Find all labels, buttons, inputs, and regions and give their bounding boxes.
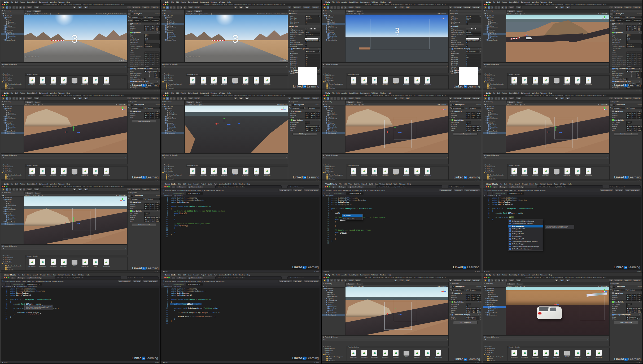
menubar-item-gameobject[interactable]: GameObject xyxy=(27,1,37,3)
hierarchy-item-cameras[interactable]: ▾Cameras xyxy=(161,29,184,31)
favorites-root[interactable]: ★Favorites xyxy=(1,164,25,166)
move-tool-icon[interactable]: ✛ xyxy=(5,6,8,9)
attach-to-unity-button[interactable]: ◎ Attach to Unity xyxy=(187,277,203,279)
scene-canvas[interactable] xyxy=(506,106,609,153)
add-object-button[interactable]: + ▾ xyxy=(162,13,165,14)
editor-folder-item[interactable]: Editor xyxy=(231,77,240,85)
project-search-icon[interactable]: ⌕ xyxy=(286,157,287,159)
hierarchy-item-countdown[interactable]: Countdown xyxy=(483,296,506,298)
hierarchy-item-environment[interactable]: ▾Environment xyxy=(1,209,24,211)
add-object-button[interactable]: + ▾ xyxy=(2,13,4,14)
alignment-button[interactable]: ⬜ xyxy=(475,28,476,29)
object-picker-icon[interactable]: ◎ xyxy=(480,40,481,41)
slider-track[interactable] xyxy=(626,77,635,77)
scene-bar-icons[interactable]: 2D ☀ ♪ ▦ ▾ ✦ ▾ xyxy=(515,13,525,15)
menubar-item-edit[interactable]: Edit xyxy=(336,92,340,94)
tag-dropdown[interactable]: Untagged ▾ xyxy=(131,198,143,200)
tab-game[interactable]: Game xyxy=(33,10,41,12)
vector-component[interactable]: Z 1 xyxy=(316,129,320,131)
menubar-item-vehicles[interactable]: Vehicles xyxy=(371,92,378,94)
status-tasks[interactable]: ✔ Tasks xyxy=(314,362,319,363)
hierarchy-item-logo[interactable]: Logo xyxy=(161,19,184,21)
hierarchy-item-logo[interactable]: Logo xyxy=(483,292,506,294)
script-asset-item[interactable]: #Timer xyxy=(252,168,261,176)
pivot-toggle[interactable]: Pivot xyxy=(187,6,193,9)
minimap-scrollbar[interactable] xyxy=(641,197,642,270)
hierarchy-item-samplecar[interactable]: SampleCar xyxy=(161,35,184,37)
rotate-tool-icon[interactable]: ↻ xyxy=(9,6,12,9)
traffic-lights[interactable] xyxy=(164,186,170,187)
menubar-item-component[interactable]: Component xyxy=(200,1,209,3)
scene-bar-icons[interactable]: 2D ☀ ♪ ▦ ▾ ✦ ▾ xyxy=(515,104,525,106)
layout-dropdown[interactable]: Layout ▾ xyxy=(633,279,641,282)
move-tool-icon[interactable]: ✛ xyxy=(327,97,330,100)
rect-tool-icon[interactable]: ▭ xyxy=(16,6,19,9)
transform-tool-icon[interactable]: ⊞ xyxy=(19,97,22,100)
hand-tool-icon[interactable]: ✋ xyxy=(484,6,487,9)
pivot-toggle[interactable]: Pivot xyxy=(27,6,33,9)
hierarchy-item-countdown[interactable]: Countdown xyxy=(483,23,506,25)
menubar-item-vehicles[interactable]: Vehicles xyxy=(50,92,56,94)
assets-root[interactable]: Assets xyxy=(322,172,347,174)
notice-button-don-t-show-again[interactable]: Don't Show Again xyxy=(625,189,641,192)
menubar-item-gameobject[interactable]: GameObject xyxy=(348,274,358,276)
slider-track[interactable] xyxy=(144,77,153,77)
hierarchy-item-countdown[interactable]: Countdown xyxy=(161,114,184,116)
menubar-item-run[interactable]: Run xyxy=(53,274,56,276)
debug-config-dropdown[interactable]: Debug › xyxy=(16,277,25,279)
checkbox-checked[interactable]: ✓ xyxy=(626,78,628,80)
menubar-item-help[interactable]: Help xyxy=(568,183,572,185)
property-value[interactable]: ⬛⬛⬛⬜⬛⬜ xyxy=(466,28,481,29)
hierarchy-item-logo[interactable]: Logo xyxy=(1,110,24,112)
tab-nav-next[interactable]: › xyxy=(166,283,171,286)
menubar-item-visual-studio[interactable]: Visual Studio xyxy=(325,183,337,185)
hierarchy-item-canvas[interactable]: ▾Canvas xyxy=(161,108,184,110)
hierarchy-item-controls[interactable]: Controls xyxy=(483,112,506,114)
layers-dropdown[interactable]: Layers ▾ xyxy=(302,6,310,9)
menubar-item-edit[interactable]: Edit xyxy=(15,1,18,3)
vector-component[interactable]: Z 35.52 xyxy=(476,129,481,131)
filter-icon[interactable]: ▫ xyxy=(353,217,354,219)
hierarchy-item-countdown[interactable]: Countdown xyxy=(1,205,24,207)
autocomplete-item-onparticletrigger[interactable]: OnParticleTrigger xyxy=(508,243,543,245)
tab-game[interactable]: Game xyxy=(515,10,523,12)
favorite-all-models[interactable]: QAll Models xyxy=(1,259,25,261)
object-picker-icon[interactable]: ◎ xyxy=(480,316,481,318)
display-dropdown[interactable]: Display 1 ▾ xyxy=(186,13,193,15)
hierarchy-item-samplecar[interactable]: SampleCar xyxy=(1,126,24,128)
hierarchy-menu-icon[interactable]: ☰ xyxy=(162,101,164,103)
filter-icon[interactable]: ▫ xyxy=(348,217,349,219)
folder-fonts[interactable]: ▸Fonts xyxy=(322,85,347,87)
scene-bar-icons[interactable]: 2D ☀ ♪ ▦ ▾ ✦ ▾ xyxy=(33,195,43,196)
hierarchy-item-truck[interactable]: Truck xyxy=(161,128,184,130)
hierarchy-item-testtrack[interactable]: ▾TestTrack* xyxy=(161,106,184,108)
editor-folder-item[interactable]: Editor xyxy=(563,350,572,358)
traffic-lights[interactable] xyxy=(484,95,489,96)
autocomplete-item-ontriggerenter2d[interactable]: OnTriggerEnter2D xyxy=(508,227,543,230)
folder-fonts[interactable]: ▸Fonts xyxy=(483,85,507,87)
custom-tool-icon[interactable]: ⚙ xyxy=(505,6,508,9)
status-tasks[interactable]: ✔ Tasks xyxy=(154,362,159,363)
property-value[interactable]: X 1Y 1Z 1 xyxy=(466,116,481,119)
inspector-lock-icon[interactable]: ⊙ xyxy=(450,101,451,103)
expand-arrow-icon[interactable]: ▾ xyxy=(485,312,486,313)
rect-tool-icon[interactable]: ▭ xyxy=(16,97,19,100)
hierarchy-item-samplecar[interactable]: SampleCar xyxy=(322,35,345,37)
shaded-dropdown[interactable]: Shaded ▾ xyxy=(507,104,513,106)
play-button[interactable]: ▶ xyxy=(394,279,398,282)
shaded-dropdown[interactable]: Shaded ▾ xyxy=(186,104,192,106)
tab-console[interactable]: ▥ Console xyxy=(9,63,17,65)
hierarchy-item-familycar[interactable]: FamilyCar xyxy=(483,33,506,35)
play-button[interactable]: ▶ xyxy=(233,97,237,100)
scene-canvas[interactable] xyxy=(185,106,288,153)
project-add-button[interactable]: + ▾ xyxy=(484,66,486,68)
scale-slider[interactable]: —●———— xyxy=(49,13,56,15)
pause-button[interactable]: ❚❚ xyxy=(560,97,565,100)
inspector-lock-icon[interactable]: ⊙ xyxy=(610,283,612,284)
hierarchy-item-spawnpoints[interactable]: ▾SpawnPoints xyxy=(483,130,506,132)
layer-dropdown[interactable]: Default ▾ xyxy=(469,107,481,109)
section-gear-icon[interactable]: ⚙ ⋮ xyxy=(157,23,160,24)
menubar-item-window[interactable]: Window xyxy=(219,92,225,94)
menubar-item-tools[interactable]: Tools xyxy=(233,183,237,185)
project-search-icon[interactable]: ⌕ xyxy=(447,157,448,159)
